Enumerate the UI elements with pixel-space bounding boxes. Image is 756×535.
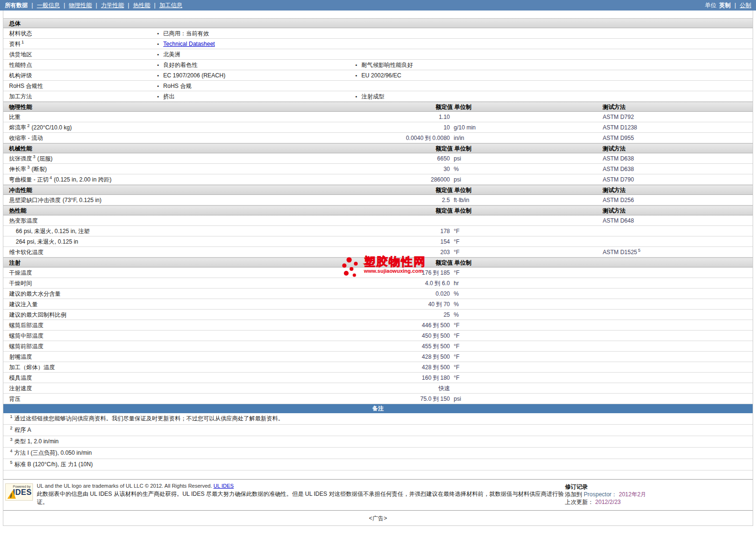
property-value: 40 到 70 — [365, 299, 450, 310]
property-name: 建议的最大水分含量 — [9, 289, 365, 299]
nav-item[interactable]: 一般信息 — [37, 1, 60, 10]
property-unit: hr — [450, 278, 603, 289]
section-header: 物理性能额定值 单位制测试方法 — [3, 102, 753, 112]
nav-item[interactable]: 力学性能 — [101, 1, 124, 10]
property-unit: psi — [450, 394, 603, 404]
footer-trademark-line: UL and the UL logo are trademarks of UL … — [37, 483, 565, 489]
property-name: 螺筒前部温度 — [9, 341, 365, 352]
property-name: 背压 — [9, 394, 365, 404]
unit-metric-link[interactable]: 公制 — [740, 1, 751, 10]
property-unit — [450, 383, 603, 394]
property-row: 伸长率3(断裂)30%ASTM D638 — [3, 164, 753, 174]
test-method — [603, 310, 753, 320]
section-title: 冲击性能 — [9, 185, 365, 195]
property-value: 455 到 500 — [365, 341, 450, 352]
property-row: 建议的最大回制料比例25% — [3, 310, 753, 320]
property-name: 比重 — [9, 112, 365, 122]
column-header-test-method: 测试方法 — [603, 144, 753, 153]
revision-record: 修订记录 添加到 Prospector： 2012年2月 上次更新： 2012/… — [565, 482, 749, 506]
test-method — [603, 299, 753, 310]
property-unit: psi — [450, 174, 603, 185]
property-row: 注射速度快速 — [3, 383, 753, 394]
row-label: 性能特点 — [9, 60, 157, 70]
column-header-value-unit: 额定值 单位制 — [365, 102, 603, 112]
nav-item-current: 所有数据 — [5, 1, 28, 10]
property-name: 收缩率 - 流动 — [9, 133, 365, 143]
top-navbar: 所有数据|一般信息|物理性能|力学性能|热性能|加工信息 单位 英制 | 公制 — [0, 0, 756, 11]
property-value — [365, 215, 450, 226]
property-unit: °F — [450, 236, 603, 247]
property-unit — [450, 215, 603, 226]
bullet-icon: • — [157, 83, 159, 89]
property-name: 66 psi, 未退火, 0.125 in, 注塑 — [9, 226, 365, 236]
property-unit: % — [450, 310, 603, 320]
row-value-cell: •挤出 — [157, 91, 355, 102]
section-title: 热性能 — [9, 206, 365, 215]
row-label: 机构评级 — [9, 70, 157, 81]
row-label: 资料1 — [9, 39, 157, 49]
property-unit: % — [450, 164, 603, 174]
property-row: 比重1.10ASTM D792 — [3, 112, 753, 122]
bullet-icon: • — [157, 41, 159, 47]
row-label: 供货地区 — [9, 49, 157, 60]
section-title: 注射 — [9, 258, 365, 268]
nav-separator: | — [32, 2, 33, 9]
property-row: 模具温度160 到 180°F — [3, 373, 753, 383]
bullet-icon: • — [355, 62, 357, 68]
property-value: 6650 — [365, 153, 450, 164]
test-method — [603, 320, 753, 331]
property-unit: % — [450, 299, 603, 310]
column-header-test-method: 测试方法 — [603, 206, 753, 215]
property-value: 0.020 — [365, 289, 450, 299]
property-row: 悬壁梁缺口冲击强度(73°F, 0.125 in)2.5ft·lb/inASTM… — [3, 195, 753, 205]
nav-item[interactable]: 加工信息 — [160, 1, 182, 10]
property-value: 446 到 500 — [365, 320, 450, 331]
row-value-cell: •RoHS 合规 — [157, 81, 355, 91]
row-value-cell: •EU 2002/96/EC — [355, 70, 753, 81]
test-method: ASTM D15255 — [603, 247, 753, 257]
section-header: 热性能额定值 单位制测试方法 — [3, 205, 753, 215]
test-method — [603, 331, 753, 341]
bullet-icon: • — [157, 62, 159, 68]
property-name: 模具温度 — [9, 373, 365, 383]
nav-item[interactable]: 物理性能 — [69, 1, 92, 10]
test-method: ASTM D955 — [603, 133, 753, 143]
column-header-test-method: 测试方法 — [603, 102, 753, 112]
note-row: 1通过这些链接您能够访问供应商资料。我们尽量保证及时更新资料；不过您可以从供应商… — [3, 413, 753, 425]
bullet-icon: • — [355, 94, 357, 99]
notes-list: 1通过这些链接您能够访问供应商资料。我们尽量保证及时更新资料；不过您可以从供应商… — [3, 413, 753, 471]
row-value-cell: •良好的着色性 — [157, 60, 355, 70]
row-value-cell: •已商用：当前有效 — [157, 28, 355, 39]
ides-logo[interactable]: i Powered by IDES — [5, 483, 33, 501]
technical-datasheet-link[interactable]: Technical Datasheet — [163, 41, 215, 47]
property-row: 收缩率 - 流动0.0040 到 0.0080in/inASTM D955 — [3, 133, 753, 143]
section-title: 机械性能 — [9, 144, 365, 153]
revision-updated-row: 上次更新： 2012/2/23 — [565, 498, 749, 506]
bullet-icon: • — [157, 31, 159, 36]
property-unit: °F — [450, 320, 603, 331]
ides-i-icon: i — [10, 492, 12, 499]
nav-item[interactable]: 热性能 — [133, 1, 150, 10]
property-row: 建议的最大水分含量0.020% — [3, 289, 753, 299]
ul-ides-link[interactable]: UL IDES — [213, 483, 234, 489]
property-value: 0.0040 到 0.0080 — [365, 133, 450, 143]
test-method — [603, 268, 753, 278]
added-label: 添加到 — [565, 491, 582, 498]
property-row: 背压75.0 到 150psi — [3, 394, 753, 404]
section-title: 物理性能 — [9, 102, 365, 112]
property-value: 75.0 到 150 — [365, 394, 450, 404]
property-unit: °F — [450, 331, 603, 341]
property-name: 建议的最大回制料比例 — [9, 310, 365, 320]
test-method: ASTM D790 — [603, 174, 753, 185]
property-row: 螺筒后部温度446 到 500°F — [3, 320, 753, 331]
row-value-cell: •耐气候影响性能良好 — [355, 60, 753, 70]
bullet-icon: • — [157, 52, 159, 57]
bullet-icon: • — [355, 73, 357, 78]
powered-by-label: Powered by — [13, 485, 32, 488]
property-unit: % — [450, 289, 603, 299]
property-name: 抗张强度3(屈服) — [9, 153, 365, 164]
property-unit: °F — [450, 352, 603, 362]
footer-gap — [3, 471, 753, 479]
property-row: 抗张强度3(屈服)6650psiASTM D638 — [3, 153, 753, 164]
bullet-icon: • — [157, 73, 159, 78]
